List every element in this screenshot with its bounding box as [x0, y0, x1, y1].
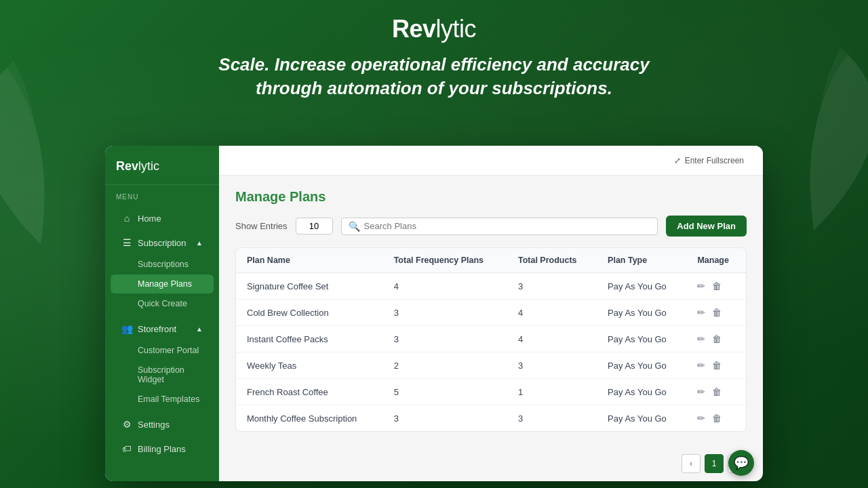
cell-plan-type: Pay As You Go	[597, 326, 686, 352]
sidebar-section-subscription: ☰ Subscription ▲ Subscriptions Manage Pl…	[105, 230, 219, 314]
search-icon: 🔍	[349, 221, 360, 232]
table-row: Signature Coffee Set 4 3 Pay As You Go ✏…	[236, 273, 746, 300]
home-icon: ⌂	[121, 213, 132, 224]
subscription-icon: ☰	[121, 237, 132, 248]
page-title: Manage Plans	[235, 189, 747, 205]
add-new-plan-button[interactable]: Add New Plan	[666, 216, 747, 237]
edit-icon[interactable]: ✏	[697, 413, 705, 424]
cell-total-products: 4	[507, 326, 597, 352]
sidebar-item-manage-plans[interactable]: Manage Plans	[111, 274, 214, 293]
plans-table: Plan Name Total Frequency Plans Total Pr…	[235, 247, 747, 432]
delete-icon[interactable]: 🗑	[712, 307, 722, 318]
table-row: Weekly Teas 2 3 Pay As You Go ✏ 🗑	[236, 352, 746, 379]
delete-icon[interactable]: 🗑	[712, 281, 722, 291]
pagination-prev-button[interactable]: ‹	[682, 454, 701, 473]
cell-manage: ✏ 🗑	[686, 273, 746, 300]
cell-freq-plans: 5	[383, 379, 507, 405]
main-content: ⤢ Enter Fullscreen Manage Plans Show Ent…	[219, 146, 763, 481]
cell-plan-name: French Roast Coffee	[236, 379, 383, 405]
chevron-up-icon: ▲	[196, 239, 203, 247]
sidebar-item-home[interactable]: ⌂ Home	[111, 207, 214, 230]
cell-plan-type: Pay As You Go	[597, 273, 686, 300]
cell-manage: ✏ 🗑	[686, 326, 746, 352]
cell-plan-name: Cold Brew Collection	[236, 300, 383, 326]
edit-icon[interactable]: ✏	[697, 386, 705, 397]
search-input[interactable]	[364, 221, 651, 231]
brand-logo: Revlytic	[0, 15, 868, 43]
delete-icon[interactable]: 🗑	[712, 413, 722, 424]
col-plan-type: Plan Type	[597, 248, 686, 273]
delete-icon[interactable]: 🗑	[712, 333, 722, 344]
pagination: ‹ 1 ›	[219, 446, 763, 481]
delete-icon[interactable]: 🗑	[712, 386, 722, 397]
cell-total-products: 1	[507, 379, 597, 405]
sidebar-item-customer-portal[interactable]: Customer Portal	[111, 341, 214, 360]
show-entries-label: Show Entries	[235, 221, 288, 231]
col-total-products: Total Products	[507, 248, 597, 273]
cell-manage: ✏ 🗑	[686, 405, 746, 432]
edit-icon[interactable]: ✏	[697, 360, 705, 371]
fullscreen-button[interactable]: ⤢ Enter Fullscreen	[669, 153, 749, 168]
cell-plan-name: Instant Coffee Packs	[236, 326, 383, 352]
edit-icon[interactable]: ✏	[697, 281, 705, 291]
table-row: Cold Brew Collection 3 4 Pay As You Go ✏…	[236, 300, 746, 326]
cell-total-products: 3	[507, 405, 597, 432]
table-row: Instant Coffee Packs 3 4 Pay As You Go ✏…	[236, 326, 746, 352]
table-row: Monthly Coffee Subscription 3 3 Pay As Y…	[236, 405, 746, 432]
edit-icon[interactable]: ✏	[697, 333, 705, 344]
sidebar-section-storefront-header[interactable]: 👥 Storefront ▲	[111, 317, 214, 340]
app-window: Revlytic Menu ⌂ Home ☰ Subscription ▲ Su…	[105, 146, 763, 481]
sidebar-menu-label: Menu	[105, 193, 219, 206]
hero-text: Scale. Increase operational efficiency a…	[0, 53, 868, 100]
cell-plan-type: Pay As You Go	[597, 352, 686, 379]
sidebar-item-settings[interactable]: ⚙ Settings	[111, 413, 214, 436]
chevron-up-icon: ▲	[196, 325, 203, 333]
cell-plan-type: Pay As You Go	[597, 379, 686, 405]
table-row: French Roast Coffee 5 1 Pay As You Go ✏ …	[236, 379, 746, 405]
sidebar-item-subscription-widget[interactable]: Subscription Widget	[111, 361, 214, 389]
cell-plan-name: Monthly Coffee Subscription	[236, 405, 383, 432]
billing-icon: 🏷	[121, 443, 132, 454]
search-box: 🔍	[341, 218, 658, 235]
fullscreen-icon: ⤢	[674, 156, 681, 165]
cell-plan-type: Pay As You Go	[597, 300, 686, 326]
cell-total-products: 3	[507, 352, 597, 379]
cell-manage: ✏ 🗑	[686, 300, 746, 326]
cell-total-products: 4	[507, 300, 597, 326]
cell-freq-plans: 3	[383, 300, 507, 326]
pagination-page-1-button[interactable]: 1	[705, 454, 724, 473]
cell-total-products: 3	[507, 273, 597, 300]
settings-icon: ⚙	[121, 419, 132, 430]
sidebar-section-subscription-header[interactable]: ☰ Subscription ▲	[111, 231, 214, 254]
sidebar: Revlytic Menu ⌂ Home ☰ Subscription ▲ Su…	[105, 146, 219, 481]
cell-plan-name: Weekly Teas	[236, 352, 383, 379]
content-area: Manage Plans Show Entries 🔍 Add New Plan…	[219, 176, 763, 446]
sidebar-item-email-templates[interactable]: Email Templates	[111, 390, 214, 409]
cell-freq-plans: 3	[383, 405, 507, 432]
controls-row: Show Entries 🔍 Add New Plan	[235, 216, 747, 237]
sidebar-item-subscriptions[interactable]: Subscriptions	[111, 255, 214, 274]
cell-plan-name: Signature Coffee Set	[236, 273, 383, 300]
sidebar-item-billing-plans[interactable]: 🏷 Billing Plans	[111, 437, 214, 460]
table-header-row: Plan Name Total Frequency Plans Total Pr…	[236, 248, 746, 273]
sidebar-section-storefront: 👥 Storefront ▲ Customer Portal Subscript…	[105, 317, 219, 409]
entries-input[interactable]	[296, 218, 333, 235]
topbar: ⤢ Enter Fullscreen	[219, 146, 763, 176]
sidebar-item-quick-create[interactable]: Quick Create	[111, 294, 214, 313]
cell-manage: ✏ 🗑	[686, 352, 746, 379]
storefront-icon: 👥	[121, 323, 132, 334]
col-freq-plans: Total Frequency Plans	[383, 248, 507, 273]
cell-freq-plans: 4	[383, 273, 507, 300]
cell-manage: ✏ 🗑	[686, 379, 746, 405]
col-manage: Manage	[686, 248, 746, 273]
edit-icon[interactable]: ✏	[697, 307, 705, 318]
cell-freq-plans: 2	[383, 352, 507, 379]
chat-icon: 💬	[734, 455, 749, 470]
delete-icon[interactable]: 🗑	[712, 360, 722, 371]
cell-freq-plans: 3	[383, 326, 507, 352]
chat-bubble-button[interactable]: 💬	[728, 450, 754, 476]
cell-plan-type: Pay As You Go	[597, 405, 686, 432]
sidebar-brand-logo: Revlytic	[105, 159, 219, 185]
col-plan-name: Plan Name	[236, 248, 383, 273]
header-section: Revlytic Scale. Increase operational eff…	[0, 0, 868, 113]
